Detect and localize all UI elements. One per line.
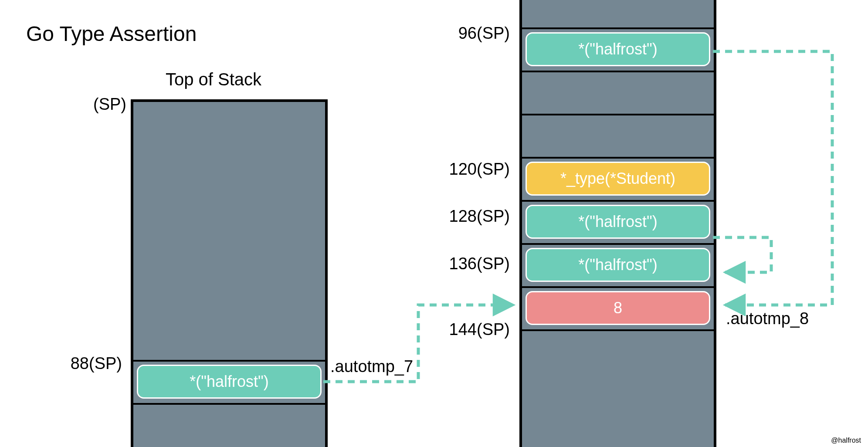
right-cell-144: 8	[522, 288, 714, 331]
right-pill-96: *("halfrost")	[526, 32, 710, 66]
left-cell-88: *("halfrost")	[133, 362, 325, 405]
sp-label: (SP)	[74, 95, 126, 114]
offset-128-label: 128(SP)	[427, 207, 510, 226]
left-pill-88-text: *("halfrost")	[190, 372, 269, 391]
right-cell-112	[522, 115, 714, 159]
offset-120-label: 120(SP)	[427, 160, 510, 179]
arrow-128-to-136	[713, 237, 771, 272]
credit: @halfrost	[831, 437, 861, 444]
right-pill-136-text: *("halfrost")	[578, 256, 658, 274]
diagram-title: Go Type Assertion	[26, 22, 197, 46]
left-stack: *("halfrost")	[131, 99, 328, 447]
right-pill-144: 8	[526, 291, 710, 325]
left-pill-88: *("halfrost")	[137, 365, 322, 399]
autotmp8-label: .autotmp_8	[726, 309, 839, 328]
right-pill-120-text: *_type(*Student)	[560, 169, 675, 188]
autotmp7-label: .autotmp_7	[330, 357, 444, 376]
offset-96-label: 96(SP)	[427, 24, 510, 43]
arrow-96-to-136	[713, 51, 832, 305]
right-pill-128: *("halfrost")	[526, 205, 710, 239]
right-cell-top-partial	[522, 0, 714, 29]
right-cell-96: *("halfrost")	[522, 29, 714, 72]
right-stack: *("halfrost") *_type(*Student) *("halfro…	[519, 0, 716, 447]
left-stack-empty	[133, 102, 325, 362]
right-pill-128-text: *("halfrost")	[578, 213, 658, 231]
right-cell-bottom-filler	[522, 331, 714, 447]
right-cell-120: *_type(*Student)	[522, 159, 714, 202]
right-pill-120: *_type(*Student)	[526, 162, 710, 196]
offset-144-label: 144(SP)	[427, 320, 510, 339]
right-pill-136: *("halfrost")	[526, 248, 710, 282]
top-of-stack-label: Top of Stack	[166, 70, 261, 89]
left-cell-below	[133, 405, 325, 447]
offset-88-label: 88(SP)	[39, 354, 122, 373]
right-cell-136: *("halfrost")	[522, 245, 714, 288]
right-pill-144-text: 8	[614, 299, 622, 317]
offset-136-label: 136(SP)	[427, 254, 510, 273]
right-cell-128: *("halfrost")	[522, 202, 714, 245]
right-pill-96-text: *("halfrost")	[578, 40, 658, 58]
right-cell-104	[522, 72, 714, 115]
